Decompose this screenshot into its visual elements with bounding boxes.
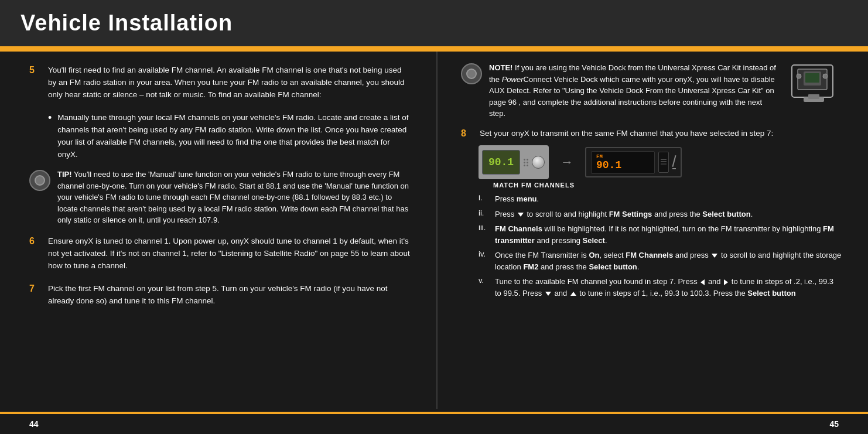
substep-ii: ii. Press to scroll to and highlight FM … xyxy=(479,209,842,220)
bullet-dot: • xyxy=(48,110,52,126)
sub-steps: i. Press menu. ii. Press to scroll to an… xyxy=(479,193,842,299)
note-box: NOTE! If you are using the Vehicle Dock … xyxy=(461,62,842,119)
note-icon xyxy=(461,63,482,84)
stereo-unit: FM 90.1 xyxy=(585,147,682,177)
svg-rect-3 xyxy=(805,73,819,83)
substep-v-text: Tune to the available FM channel you fou… xyxy=(495,276,842,299)
substep-i: i. Press menu. xyxy=(479,193,842,205)
substep-v-label: v. xyxy=(479,276,495,285)
substep-iii-text: FM Channels will be highlighted. If it i… xyxy=(495,223,842,246)
note-content: NOTE! If you are using the Vehicle Dock … xyxy=(489,62,842,119)
note-label: NOTE! xyxy=(489,63,512,72)
radio-knob xyxy=(532,156,545,169)
substep-iv: iv. Once the FM Transmitter is On, selec… xyxy=(479,250,842,272)
radio-dots xyxy=(524,159,528,166)
content-area: 5 You'll first need to find an available… xyxy=(0,52,868,409)
fm-display-1-text: 90.1 xyxy=(488,156,514,168)
tip-icon xyxy=(29,170,50,191)
substep-iii-label: iii. xyxy=(479,223,495,232)
step-5-number: 5 xyxy=(29,65,42,76)
substep-v: v. Tune to the available FM channel you … xyxy=(479,276,842,299)
tip-label: TIP! xyxy=(57,170,72,179)
dock-svg xyxy=(786,62,842,106)
fm-displays: 90.1 → FM 90.1 xyxy=(479,145,842,179)
step-7-text: Pick the first FM channel on your list f… xyxy=(48,283,410,307)
substep-i-text: Press menu. xyxy=(495,193,539,205)
bullet-list: • Manually tune through your local FM ch… xyxy=(48,112,410,161)
app-container: Vehicle Installation 5 You'll first need… xyxy=(0,0,868,434)
svg-point-5 xyxy=(823,74,828,78)
substep-iv-text: Once the FM Transmitter is On, select FM… xyxy=(495,250,842,272)
step-6-text: Ensure onyX is tuned to channel 1. Upon … xyxy=(48,235,410,272)
tip-text: TIP! You'll need to use the 'Manual' tun… xyxy=(57,169,410,226)
note-text-block: NOTE! If you are using the Vehicle Dock … xyxy=(489,62,779,119)
antenna-icon xyxy=(672,155,676,169)
tip-content: You'll need to use the 'Manual' tune fun… xyxy=(57,170,409,224)
tip-box: TIP! You'll need to use the 'Manual' tun… xyxy=(29,169,410,226)
page-title: Vehicle Installation xyxy=(20,11,233,35)
header: Vehicle Installation xyxy=(0,0,868,49)
substep-i-label: i. xyxy=(479,193,495,202)
svg-rect-7 xyxy=(808,94,819,99)
step-7-number: 7 xyxy=(29,283,42,294)
step-5: 5 You'll first need to find an available… xyxy=(29,64,410,101)
step-6-number: 6 xyxy=(29,236,42,247)
footer-bar: 44 45 xyxy=(0,412,868,434)
left-panel: 5 You'll first need to find an available… xyxy=(0,52,438,409)
substep-ii-text: Press to scroll to and highlight FM Sett… xyxy=(495,209,753,220)
dock-illustration xyxy=(786,62,842,106)
stereo-screen: FM 90.1 xyxy=(591,151,655,175)
step-6: 6 Ensure onyX is tuned to channel 1. Upo… xyxy=(29,235,410,272)
svg-point-4 xyxy=(797,74,801,78)
stereo-freq: 90.1 xyxy=(596,160,650,172)
note-icon-inner xyxy=(466,69,477,79)
arrow-right-icon: → xyxy=(561,155,573,170)
page-number-right: 45 xyxy=(829,419,868,429)
match-fm-label: MATCH FM CHANNELS xyxy=(493,182,842,189)
stereo-speaker xyxy=(658,152,669,173)
right-panel: NOTE! If you are using the Vehicle Dock … xyxy=(438,52,868,409)
bullet-text-1: Manually tune through your local FM chan… xyxy=(57,112,410,161)
substep-iv-label: iv. xyxy=(479,250,495,258)
step-7: 7 Pick the first FM channel on your list… xyxy=(29,283,410,307)
page-number-left: 44 xyxy=(0,419,829,429)
radio-unit: 90.1 xyxy=(479,145,549,179)
tip-icon-inner xyxy=(35,175,45,186)
step-5-text: You'll first need to find an available F… xyxy=(48,64,410,101)
note-text: If you are using the Vehicle Dock from t… xyxy=(489,63,776,118)
radio-screen: 90.1 xyxy=(482,150,520,175)
substep-ii-label: ii. xyxy=(479,209,495,217)
step-8-number: 8 xyxy=(461,128,474,139)
step-8-text: Set your onyX to transmit on the same FM… xyxy=(480,128,773,140)
step-8: 8 Set your onyX to transmit on the same … xyxy=(461,128,842,140)
substep-iii: iii. FM Channels will be highlighted. If… xyxy=(479,223,842,246)
